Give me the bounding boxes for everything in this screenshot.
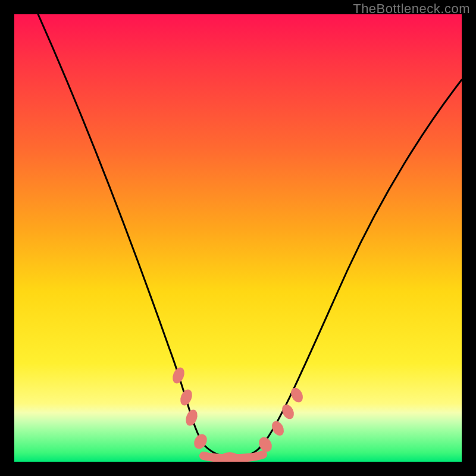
chart-frame: TheBottleneck.com: [0, 0, 476, 476]
marker-dot: [270, 419, 286, 437]
marker-dot: [256, 435, 274, 455]
chart-plot-area: [14, 14, 462, 462]
marker-dot: [184, 408, 199, 427]
marker-dot: [220, 452, 239, 462]
bottleneck-curve: [38, 14, 462, 457]
chart-svg: [14, 14, 462, 462]
watermark-text: TheBottleneck.com: [353, 1, 470, 17]
marker-dot: [170, 366, 186, 386]
marker-dot: [178, 388, 194, 408]
